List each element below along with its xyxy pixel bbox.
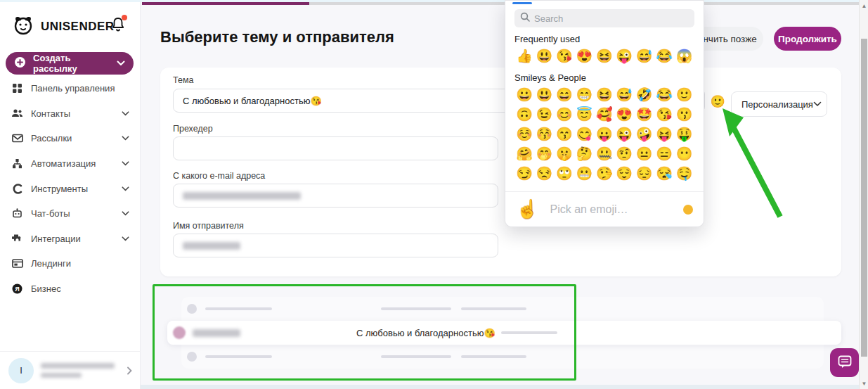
- emoji-cell[interactable]: 🤑: [675, 125, 694, 144]
- emoji-cell[interactable]: 😌: [614, 164, 634, 184]
- support-chat-button[interactable]: [830, 348, 859, 377]
- emoji-cell[interactable]: 😑: [654, 144, 674, 164]
- sidebar-item-automation[interactable]: Автоматизация: [0, 151, 141, 177]
- create-campaign-label: Создать рассылку: [33, 53, 117, 74]
- continue-button[interactable]: Продолжить: [774, 27, 841, 51]
- emoji-grid: 👍😃😘😍😆😜😅😂😱: [514, 46, 694, 66]
- user-info-redacted: [41, 363, 127, 378]
- emoji-cell[interactable]: 😘: [555, 46, 574, 66]
- emoji-cell[interactable]: 🤐: [595, 144, 614, 164]
- emoji-cell[interactable]: 😍: [614, 105, 634, 125]
- emoji-cell[interactable]: 🤫: [555, 144, 574, 164]
- emoji-cell[interactable]: 🤥: [595, 164, 614, 184]
- emoji-cell[interactable]: 😅: [614, 85, 634, 105]
- emoji-cell[interactable]: 😀: [514, 85, 534, 105]
- scroll-up-arrow[interactable]: ▲: [860, 3, 868, 9]
- emoji-cell[interactable]: 😚: [534, 125, 554, 144]
- sender-name-input[interactable]: [173, 234, 498, 257]
- inbox-preview-row: [181, 297, 824, 321]
- emoji-cell[interactable]: 🙄: [555, 164, 574, 184]
- sidebar-item-dashboard[interactable]: Панель управления: [0, 76, 141, 101]
- preheader-input[interactable]: [173, 136, 498, 160]
- user-account-row[interactable]: I: [0, 351, 141, 389]
- emoji-cell[interactable]: 😇: [574, 105, 594, 125]
- emoji-search-input[interactable]: [534, 13, 675, 24]
- emoji-cell[interactable]: 😙: [555, 125, 574, 144]
- emoji-cell[interactable]: 🤭: [534, 144, 554, 164]
- emoji-picker-popup: Frequently used👍😃😘😍😆😜😅😂😱Smileys & People…: [505, 0, 704, 227]
- sidebar-item-label: Контакты: [31, 108, 122, 119]
- vertical-scrollbar[interactable]: ▲ ▼: [859, 0, 868, 389]
- personalization-dropdown[interactable]: Персонализация: [731, 91, 827, 117]
- emoji-cell[interactable]: 🥰: [595, 105, 614, 125]
- emoji-cell[interactable]: 😶: [675, 144, 694, 164]
- sidebar-item-integrations[interactable]: Интеграции: [0, 227, 141, 252]
- ghost-avatar: [187, 352, 197, 362]
- emoji-cell[interactable]: 🤔: [574, 144, 594, 164]
- emoji-cell[interactable]: 🤣: [635, 85, 654, 105]
- emoji-cell[interactable]: 😅: [635, 46, 654, 66]
- emoji-cell[interactable]: 😜: [614, 125, 634, 144]
- emoji-cell[interactable]: 😒: [534, 164, 554, 184]
- emoji-cell[interactable]: 😱: [675, 46, 694, 66]
- sidebar-item-campaigns[interactable]: Рассылки: [0, 126, 141, 151]
- emoji-cell[interactable]: 🤗: [514, 144, 534, 164]
- scrollbar-thumb[interactable]: [861, 39, 867, 357]
- emoji-cell[interactable]: 🤪: [635, 125, 654, 144]
- emoji-cell[interactable]: 😜: [614, 46, 634, 66]
- emoji-search-box[interactable]: [514, 9, 694, 27]
- emoji-cell[interactable]: 🙂: [675, 85, 694, 105]
- emoji-cell[interactable]: 😐: [635, 144, 654, 164]
- sidebar-item-business[interactable]: ЯБизнес: [0, 276, 141, 302]
- emoji-cell[interactable]: 👍: [514, 46, 534, 66]
- emoji-cell[interactable]: 😊: [555, 105, 574, 125]
- chat-bubble-icon: [838, 355, 852, 371]
- chevron-down-icon: [122, 136, 129, 141]
- ghost-bar: [501, 331, 557, 334]
- emoji-cell[interactable]: 😂: [654, 85, 674, 105]
- emoji-cell[interactable]: 🤨: [614, 144, 634, 164]
- emoji-cell[interactable]: 😄: [555, 85, 574, 105]
- ghost-bar: [205, 355, 272, 358]
- emoji-cell[interactable]: 😋: [574, 125, 594, 144]
- emoji-cell[interactable]: 😘: [654, 105, 674, 125]
- sidebar-item-contacts[interactable]: Контакты: [0, 101, 141, 127]
- emoji-cell[interactable]: 😆: [595, 46, 614, 66]
- emoji-picker-button[interactable]: 🙂: [710, 94, 725, 110]
- emoji-cell[interactable]: 😍: [574, 46, 594, 66]
- from-email-input[interactable]: [173, 184, 498, 208]
- ghost-bar: [205, 307, 272, 310]
- emoji-cell[interactable]: 😝: [654, 125, 674, 144]
- emoji-cell[interactable]: 😬: [574, 164, 594, 184]
- create-campaign-button[interactable]: Создать рассылку: [6, 52, 134, 75]
- ghost-bar: [381, 355, 451, 358]
- tools-icon: [11, 183, 23, 195]
- automation-icon: [11, 158, 23, 170]
- scroll-down-arrow[interactable]: ▼: [860, 381, 868, 387]
- sidebar-item-tools[interactable]: Инструменты: [0, 176, 141, 201]
- emoji-cell[interactable]: 🤤: [675, 164, 694, 184]
- sidebar-item-label: Автоматизация: [31, 158, 122, 169]
- emoji-cell[interactable]: 😃: [534, 85, 554, 105]
- notifications-bell-icon[interactable]: [111, 16, 127, 34]
- integrations-icon: [11, 233, 23, 245]
- emoji-cell[interactable]: 😆: [595, 85, 614, 105]
- emoji-cell[interactable]: 🤩: [635, 105, 654, 125]
- emoji-cell[interactable]: 🙃: [514, 105, 534, 125]
- sidebar-item-label: Панель управления: [31, 83, 129, 94]
- emoji-cell[interactable]: 😁: [574, 85, 594, 105]
- emoji-cell[interactable]: 😗: [675, 105, 694, 125]
- sidebar-item-label: Инструменты: [31, 184, 122, 194]
- emoji-cell[interactable]: 😪: [654, 164, 674, 184]
- emoji-cell[interactable]: ☺️: [514, 125, 534, 144]
- sidebar-item-landings[interactable]: Лендинги: [0, 251, 141, 276]
- sidebar-item-chatbot[interactable]: Чат-боты: [0, 201, 141, 227]
- emoji-cell[interactable]: 😂: [654, 46, 674, 66]
- emoji-cell[interactable]: 😃: [534, 46, 554, 66]
- emoji-cell[interactable]: 😉: [534, 105, 554, 125]
- emoji-cell[interactable]: 😔: [635, 164, 654, 184]
- emoji-cell[interactable]: 😛: [595, 125, 614, 144]
- emoji-cell[interactable]: 😏: [514, 164, 534, 184]
- emoji-sections: Frequently used👍😃😘😍😆😜😅😂😱Smileys & People…: [514, 34, 694, 184]
- sidebar-item-label: Лендинги: [31, 258, 129, 269]
